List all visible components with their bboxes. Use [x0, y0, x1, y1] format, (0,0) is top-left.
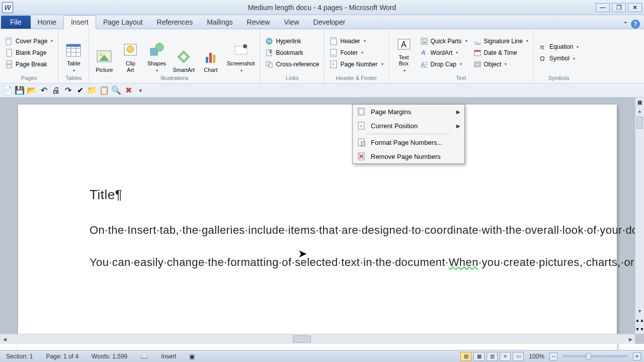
- view-draft[interactable]: ▭: [513, 352, 524, 361]
- wordart-button[interactable]: AWordArt▾: [418, 48, 469, 58]
- redo-icon[interactable]: ↷: [63, 86, 72, 95]
- smartart-button[interactable]: SmartArt: [171, 31, 196, 74]
- footer-button[interactable]: Footer▾: [328, 48, 365, 58]
- customize-qat-icon[interactable]: ▾: [136, 86, 145, 95]
- status-insert-mode[interactable]: Insert: [158, 353, 179, 360]
- zoom-in-button[interactable]: +: [633, 352, 641, 360]
- page-number-button[interactable]: #Page Number▾: [328, 59, 385, 69]
- next-page-button[interactable]: ▼▼: [635, 325, 644, 334]
- view-web-layout[interactable]: ▥: [487, 352, 498, 361]
- remove-page-numbers-icon: [357, 152, 366, 161]
- header-button[interactable]: Header▾: [328, 36, 367, 46]
- view-outline[interactable]: ≡: [500, 352, 511, 361]
- previous-page-button[interactable]: ▲▲: [635, 316, 644, 325]
- picture-button[interactable]: Picture: [92, 31, 116, 74]
- zoom-out-button[interactable]: −: [549, 352, 557, 360]
- document-title-line[interactable]: Title¶: [90, 187, 562, 203]
- page-break-button[interactable]: Page Break: [3, 59, 49, 69]
- blank-page-icon: [5, 49, 13, 57]
- menu-format-page-numbers[interactable]: Format Page Numbers...: [353, 135, 464, 149]
- svg-text:Ω: Ω: [540, 55, 545, 62]
- date-time-button[interactable]: Date & Time: [471, 48, 530, 58]
- horizontal-scrollbar[interactable]: ◀ ▶: [0, 334, 635, 344]
- undo-icon[interactable]: ↶: [39, 86, 48, 95]
- drop-cap-button[interactable]: ADrop Cap▾: [418, 59, 469, 69]
- table-button[interactable]: Table▾: [61, 31, 86, 74]
- svg-text:A: A: [421, 49, 426, 56]
- maximize-button[interactable]: ❐: [612, 3, 626, 12]
- tab-developer[interactable]: Developer: [306, 16, 353, 29]
- status-words[interactable]: Words: 1,599: [89, 353, 130, 360]
- delete-icon[interactable]: ✖: [124, 86, 133, 95]
- shapes-icon: [147, 41, 166, 59]
- scroll-thumb[interactable]: [636, 117, 643, 129]
- find-icon[interactable]: 🔍: [112, 86, 121, 95]
- screenshot-button[interactable]: Screenshot▾: [225, 31, 257, 74]
- tab-page-layout[interactable]: Page Layout: [96, 16, 150, 29]
- ruler-toggle-icon[interactable]: ▦: [635, 98, 644, 107]
- scroll-down-button[interactable]: ▼: [635, 307, 644, 316]
- vertical-scrollbar[interactable]: ▦ ▲ ▼ ▲▲ ▼▼: [635, 98, 644, 334]
- document-page[interactable]: Title¶ On·the·Insert·tab,·the·galleries·…: [18, 105, 617, 362]
- paste-icon[interactable]: 📋: [100, 86, 109, 95]
- hyperlink-button[interactable]: Hyperlink: [263, 36, 303, 46]
- document-paragraph-1[interactable]: On·the·Insert·tab,·the·galleries·include…: [90, 222, 562, 239]
- scroll-up-button[interactable]: ▲: [635, 107, 644, 116]
- save-icon[interactable]: 💾: [15, 86, 24, 95]
- clipart-button[interactable]: Clip Art: [118, 31, 142, 74]
- bookmark-button[interactable]: Bookmark: [263, 48, 305, 58]
- tab-mailings[interactable]: Mailings: [200, 16, 239, 29]
- chart-button[interactable]: Chart: [199, 31, 223, 74]
- signature-line-button[interactable]: Signature Line▾: [471, 36, 530, 46]
- scroll-right-button[interactable]: ▶: [626, 334, 635, 344]
- group-tables: Table▾ Tables: [58, 29, 89, 83]
- status-section[interactable]: Section: 1: [3, 353, 36, 360]
- document-paragraph-2[interactable]: You·can·easily·change·the·formatting·of·…: [90, 254, 562, 271]
- view-full-screen[interactable]: ▦: [473, 352, 485, 361]
- zoom-percent[interactable]: 100%: [526, 353, 547, 360]
- tab-view[interactable]: View: [277, 16, 306, 29]
- symbol-button[interactable]: ΩSymbol▾: [537, 53, 577, 63]
- tab-insert[interactable]: Insert: [63, 15, 96, 29]
- minimize-button[interactable]: —: [596, 3, 610, 12]
- equation-button[interactable]: πEquation▾: [537, 42, 581, 52]
- scroll-left-button[interactable]: ◀: [0, 334, 9, 344]
- status-page[interactable]: Page: 1 of 4: [43, 353, 82, 360]
- menu-remove-page-numbers[interactable]: Remove Page Numbers: [353, 149, 464, 163]
- help-icon[interactable]: ?: [631, 20, 640, 29]
- print-preview-icon[interactable]: 🖨: [51, 86, 60, 95]
- chart-icon: [202, 48, 220, 66]
- quick-parts-button[interactable]: Quick Parts▾: [418, 36, 469, 46]
- object-button[interactable]: Object▾: [471, 59, 530, 69]
- cross-reference-icon: [265, 60, 273, 68]
- status-bar: Section: 1 Page: 1 of 4 Words: 1,599 📖 I…: [0, 350, 644, 362]
- cross-reference-button[interactable]: Cross-reference: [263, 59, 321, 69]
- zoom-slider-knob[interactable]: [586, 353, 591, 359]
- tab-home[interactable]: Home: [31, 16, 63, 29]
- new-doc-icon[interactable]: 📄: [3, 86, 12, 95]
- minimize-ribbon-icon[interactable]: ⌃: [623, 21, 628, 28]
- view-print-layout[interactable]: ▤: [460, 352, 471, 361]
- page-number-dropdown: Page Margins▶ # Current Position▶ Format…: [352, 104, 465, 164]
- folder-icon[interactable]: 📁: [88, 86, 97, 95]
- svg-text:#: #: [360, 124, 362, 128]
- tab-references[interactable]: References: [150, 16, 200, 29]
- svg-rect-31: [331, 38, 337, 40]
- spell-check-icon[interactable]: ✔: [75, 86, 85, 95]
- close-button[interactable]: ✕: [628, 3, 642, 12]
- page-number-icon: #: [330, 60, 338, 68]
- menu-current-position[interactable]: # Current Position▶: [353, 119, 464, 133]
- shapes-button[interactable]: Shapes▾: [144, 31, 169, 74]
- menu-page-margins[interactable]: Page Margins▶: [353, 105, 464, 119]
- blank-page-button[interactable]: Blank Page: [3, 48, 48, 58]
- file-tab[interactable]: File: [1, 16, 31, 29]
- zoom-slider[interactable]: [562, 355, 628, 357]
- status-proof-icon[interactable]: 📖: [137, 353, 151, 360]
- svg-rect-39: [422, 39, 424, 41]
- cover-page-button[interactable]: Cover Page▾: [3, 36, 55, 46]
- tab-review[interactable]: Review: [240, 16, 277, 29]
- hscroll-thumb[interactable]: [293, 335, 311, 343]
- status-macro-icon[interactable]: ▣: [186, 353, 198, 360]
- text-box-button[interactable]: AText Box▾: [392, 31, 416, 74]
- open-icon[interactable]: 📂: [27, 86, 36, 95]
